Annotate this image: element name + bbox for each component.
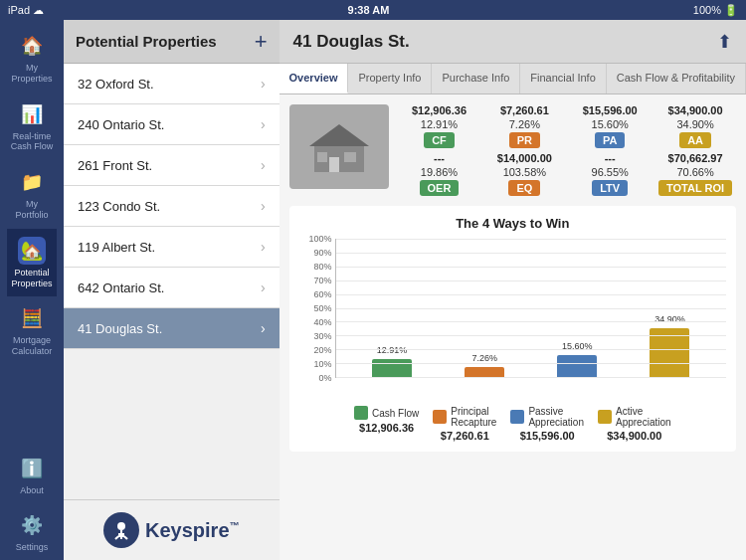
bar: [372, 359, 412, 377]
list-item-3[interactable]: 261 Front St. ›: [64, 145, 280, 186]
legend-item-principal-recapture: Principal Recapture $7,260.61: [433, 406, 496, 442]
status-time: 9:38 AM: [348, 4, 390, 16]
property-name: 261 Front St.: [78, 158, 152, 173]
stat-cell-pr: $7,260.61 7.26% PR: [483, 104, 565, 148]
status-left: iPad ☁: [8, 4, 44, 17]
stat-cell-aa: $34,900.00 34.90% AA: [654, 104, 736, 148]
sidebar-item-about[interactable]: ℹ️ About: [12, 447, 53, 503]
property-name: 41 Douglas St.: [78, 321, 162, 336]
bar-group-cash-flow: 12.91%: [372, 239, 412, 377]
stat-cell-eq: $14,000.00 103.58% EQ: [483, 152, 565, 196]
list-item-6[interactable]: 642 Ontario St. ›: [64, 268, 280, 308]
sidebar-item-my-properties[interactable]: 🏠 My Properties: [7, 24, 58, 93]
stat-badge: CF: [424, 132, 455, 148]
list-item-2[interactable]: 240 Ontario St. ›: [64, 104, 280, 145]
stat-value: $14,000.00: [497, 152, 552, 164]
stat-value: $15,596.00: [583, 104, 638, 116]
sidebar-label-real-time-cash-flow: Real-time Cash Flow: [11, 131, 54, 153]
legend-item-passive-appreciation: Passive Appreciation $15,596.00: [510, 406, 584, 442]
legend-value: $34,900.00: [607, 430, 661, 442]
sidebar-icon-settings: ⚙️: [18, 511, 46, 539]
property-name: 123 Condo St.: [78, 199, 160, 214]
stat-pct: 19.86%: [421, 166, 458, 178]
sidebar-item-potential-properties[interactable]: 🏡 Potential Properties: [7, 229, 58, 297]
svg-rect-5: [329, 157, 339, 172]
stat-pct: 7.26%: [509, 118, 540, 130]
bar-label: 7.26%: [471, 353, 497, 363]
stat-pct: 15.60%: [592, 118, 629, 130]
detail-panel: 41 Douglas St. ⬆ OverviewProperty InfoPu…: [280, 20, 746, 560]
stat-pct: 70.66%: [676, 166, 713, 178]
legend-top: Principal Recapture: [433, 406, 496, 428]
sidebar: 🏠 My Properties 📊 Real-time Cash Flow 📁 …: [0, 20, 64, 560]
stat-badge: LTV: [592, 180, 628, 196]
tab-bar: OverviewProperty InfoPurchase InfoFinanc…: [280, 64, 746, 94]
list-footer: Keyspire™: [64, 499, 280, 560]
list-item-4[interactable]: 123 Condo St. ›: [64, 186, 280, 227]
list-item-1[interactable]: 32 Oxford St. ›: [64, 64, 280, 104]
list-item-7[interactable]: 41 Douglas St. ›: [64, 308, 280, 349]
keyspire-logo: Keyspire™: [103, 512, 240, 548]
legend-label-text: Cash Flow: [372, 408, 419, 419]
keyspire-name: Keyspire™: [145, 519, 240, 542]
sidebar-item-real-time-cash-flow[interactable]: 📊 Real-time Cash Flow: [7, 93, 58, 161]
legend-color-swatch: [354, 406, 368, 420]
list-item-5[interactable]: 119 Albert St. ›: [64, 227, 280, 268]
sidebar-icon-real-time-cash-flow: 📊: [18, 100, 46, 128]
sidebar-item-mortgage-calculator[interactable]: 🧮 Mortgage Calculator: [7, 296, 58, 365]
share-button[interactable]: ⬆: [717, 31, 732, 53]
bar: [650, 328, 689, 377]
status-bar: iPad ☁ 9:38 AM 100% 🔋: [0, 0, 746, 20]
stat-value: $34,900.00: [668, 104, 723, 116]
legend-color-swatch: [433, 410, 447, 424]
legend-value: $7,260.61: [441, 430, 489, 442]
y-label: 70%: [314, 276, 332, 285]
stat-value: $12,906.36: [412, 104, 466, 116]
stat-badge: PR: [509, 132, 540, 148]
legend-top: Passive Appreciation: [510, 406, 584, 428]
legend-item-cash-flow: Cash Flow $12,906.36: [354, 406, 419, 442]
y-label: 50%: [314, 303, 332, 313]
tab-purchase-info[interactable]: Purchase Info: [432, 64, 520, 93]
tab-cashflow-profitability[interactable]: Cash Flow & Profitability: [607, 64, 746, 93]
bar-label: 12.91%: [377, 345, 408, 355]
tab-financial-info[interactable]: Financial Info: [520, 64, 606, 93]
tab-overview[interactable]: Overview: [280, 64, 349, 93]
stat-cell-cf: $12,906.36 12.91% CF: [399, 104, 480, 148]
stat-cell-oer: --- 19.86% OER: [399, 152, 480, 196]
legend-label-text: Passive Appreciation: [528, 406, 584, 428]
property-name: 119 Albert St.: [78, 240, 155, 255]
add-property-button[interactable]: +: [255, 29, 268, 55]
bar-label: 15.60%: [562, 341, 593, 351]
legend-label-text: Active Appreciation: [616, 406, 671, 428]
stat-badge: PA: [595, 132, 625, 148]
sidebar-label-mortgage-calculator: Mortgage Calculator: [12, 335, 53, 357]
chart-container: 100%90%80%70%60%50%40%30%20%10%0% 12.91%…: [299, 239, 726, 398]
y-label: 90%: [314, 248, 332, 258]
stat-pct: 96.55%: [592, 166, 629, 178]
stat-cell-pa: $15,596.00 15.60% PA: [569, 104, 651, 148]
stat-badge: AA: [679, 132, 711, 148]
stat-badge: OER: [420, 180, 460, 196]
chart-title: The 4 Ways to Win: [299, 216, 726, 231]
sidebar-bottom: ℹ️ About ⚙️ Settings: [12, 447, 53, 560]
detail-header: 41 Douglas St. ⬆: [280, 20, 746, 64]
tab-property-info[interactable]: Property Info: [348, 64, 432, 93]
sidebar-item-my-portfolio[interactable]: 📁 My Portfolio: [7, 160, 58, 229]
legend-value: $12,906.36: [359, 422, 414, 434]
svg-rect-7: [317, 152, 327, 162]
property-name: 32 Oxford St.: [78, 77, 154, 92]
property-list: 32 Oxford St. › 240 Ontario St. › 261 Fr…: [64, 64, 280, 499]
property-name: 642 Ontario St.: [78, 280, 164, 295]
stat-value: ---: [434, 152, 445, 164]
sidebar-item-settings[interactable]: ⚙️ Settings: [12, 503, 53, 560]
stat-value: ---: [605, 152, 616, 164]
chevron-right-icon: ›: [261, 76, 266, 92]
y-label: 10%: [314, 359, 332, 369]
stat-pct: 12.91%: [421, 118, 458, 130]
y-label: 0%: [319, 373, 332, 383]
legend-top: Cash Flow: [354, 406, 419, 420]
gridline: [336, 377, 726, 378]
legend-value: $15,596.00: [520, 430, 575, 442]
list-panel: Potential Properties + 32 Oxford St. › 2…: [64, 20, 280, 560]
